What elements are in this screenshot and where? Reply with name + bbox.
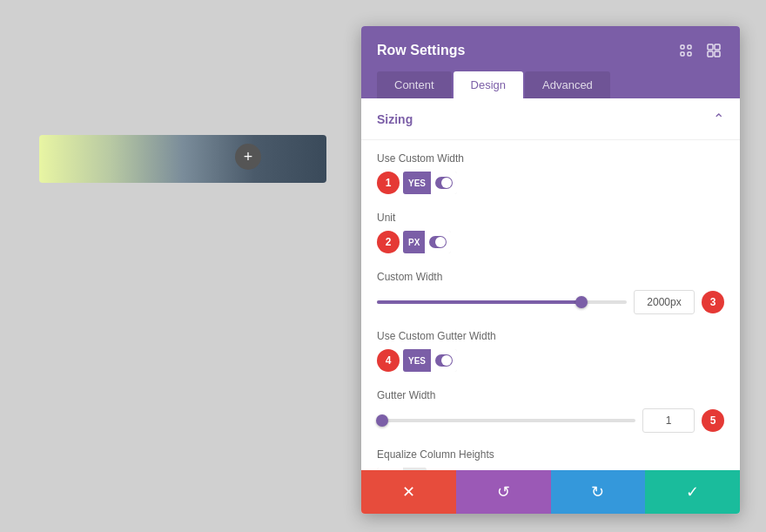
redo-icon: ↻ bbox=[591, 482, 604, 502]
custom-width-input[interactable] bbox=[634, 290, 695, 314]
unit-toggle[interactable]: PX bbox=[403, 231, 451, 253]
save-button[interactable]: ✓ bbox=[645, 470, 740, 514]
svg-rect-6 bbox=[708, 51, 713, 57]
undo-button[interactable]: ↺ bbox=[456, 470, 551, 514]
sizing-title: Sizing bbox=[377, 112, 413, 126]
toggle-inner-4 bbox=[435, 354, 453, 367]
yes-label: YES bbox=[403, 172, 431, 194]
gutter-width-input[interactable] bbox=[642, 408, 695, 433]
svg-rect-5 bbox=[715, 44, 720, 50]
toggle-switch-2[interactable] bbox=[425, 231, 451, 253]
row-settings-panel: Row Settings bbox=[361, 26, 740, 514]
toggle-switch-4[interactable] bbox=[431, 349, 457, 372]
tab-advanced[interactable]: Advanced bbox=[525, 71, 610, 98]
use-custom-gutter-row: 4 YES bbox=[377, 349, 724, 372]
tab-content[interactable]: Content bbox=[377, 71, 452, 98]
use-custom-width-row: 1 YES bbox=[377, 172, 724, 194]
redo-button[interactable]: ↻ bbox=[551, 470, 646, 514]
settings-area: Use Custom Width 1 YES Unit 2 PX bbox=[361, 140, 740, 470]
custom-width-thumb[interactable] bbox=[575, 296, 588, 308]
gutter-width-slider-row: 5 bbox=[377, 408, 724, 433]
gradient-bar bbox=[39, 135, 326, 183]
custom-width-track[interactable] bbox=[377, 300, 627, 304]
add-row-button[interactable]: + bbox=[235, 144, 261, 170]
custom-width-fill bbox=[377, 300, 581, 304]
undo-icon: ↺ bbox=[497, 482, 510, 502]
custom-width-label: Custom Width bbox=[377, 271, 724, 283]
equalize-heights-label: Equalize Column Heights bbox=[377, 448, 724, 461]
gutter-width-label: Gutter Width bbox=[377, 389, 724, 401]
gutter-track[interactable] bbox=[377, 419, 635, 422]
toggle-inner-1 bbox=[435, 177, 453, 189]
badge-4: 4 bbox=[377, 349, 400, 372]
svg-rect-3 bbox=[688, 52, 691, 56]
toggle-knob-1 bbox=[441, 178, 452, 188]
svg-rect-4 bbox=[708, 44, 713, 50]
panel-footer: ✕ ↺ ↻ ✓ bbox=[361, 470, 740, 514]
toggle-switch-1[interactable] bbox=[431, 172, 457, 194]
svg-rect-7 bbox=[715, 51, 720, 57]
badge-3: 3 bbox=[702, 291, 724, 313]
use-custom-gutter-toggle[interactable]: YES bbox=[403, 349, 457, 372]
unit-row: 2 PX bbox=[377, 231, 724, 253]
panel-header: Row Settings bbox=[361, 26, 740, 98]
toggle-knob-4 bbox=[441, 355, 452, 366]
cancel-button[interactable]: ✕ bbox=[361, 470, 456, 514]
save-icon: ✓ bbox=[686, 482, 699, 502]
badge-2: 2 bbox=[377, 231, 400, 253]
panel-title: Row Settings bbox=[377, 43, 465, 58]
svg-rect-0 bbox=[681, 45, 684, 49]
use-custom-width-label: Use Custom Width bbox=[377, 152, 724, 165]
badge-5: 5 bbox=[702, 409, 724, 432]
badge-1: 1 bbox=[377, 172, 400, 194]
toggle-knob-2 bbox=[435, 237, 446, 247]
sizing-section-header: Sizing ⌃ bbox=[361, 98, 740, 140]
sizing-collapse-icon[interactable]: ⌃ bbox=[713, 111, 724, 127]
tab-group: Content Design Advanced bbox=[377, 71, 724, 98]
cancel-icon: ✕ bbox=[402, 482, 415, 502]
custom-width-slider-row: 3 bbox=[377, 290, 724, 314]
grid-icon[interactable] bbox=[703, 40, 724, 61]
unit-label: Unit bbox=[377, 212, 724, 224]
focus-icon[interactable] bbox=[675, 40, 696, 61]
px-label: PX bbox=[403, 231, 425, 253]
gutter-thumb[interactable] bbox=[376, 414, 388, 427]
use-custom-width-toggle[interactable]: YES bbox=[403, 172, 457, 194]
svg-rect-2 bbox=[681, 52, 684, 56]
panel-icon-group bbox=[675, 40, 724, 61]
use-custom-gutter-label: Use Custom Gutter Width bbox=[377, 330, 724, 342]
toggle-inner-2 bbox=[429, 236, 447, 248]
panel-body: Sizing ⌃ Use Custom Width 1 YES Unit bbox=[361, 98, 740, 470]
tab-design[interactable]: Design bbox=[454, 71, 523, 98]
gutter-yes-label: YES bbox=[403, 349, 431, 372]
svg-rect-1 bbox=[688, 45, 691, 49]
